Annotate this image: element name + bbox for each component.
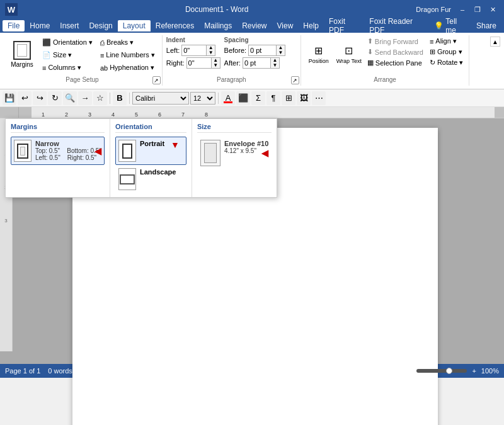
rotate-icon: ↻ — [430, 59, 435, 67]
margins-button[interactable]: Margins — [6, 37, 38, 72]
size-envelope10-item[interactable]: Envelope #10 4.12" x 9.5" ◀ — [197, 137, 272, 169]
tell-me[interactable]: 💡 Tell me — [429, 16, 471, 36]
insert-table[interactable]: ⊞ — [282, 91, 295, 105]
indent-right-down[interactable]: ▼ — [212, 63, 220, 68]
size-envelope10-icon — [200, 140, 220, 166]
breaks-icon: ⎙ — [100, 39, 105, 47]
menu-layout[interactable]: Layout — [118, 20, 151, 31]
indent-label: Indent — [166, 37, 220, 43]
spacing-after-input[interactable] — [243, 57, 271, 69]
spacing-label: Spacing — [224, 37, 285, 43]
menu-file[interactable]: File — [3, 20, 25, 31]
format-button[interactable]: ¶ — [266, 91, 280, 105]
page-setup-expand[interactable]: ↗ — [152, 76, 161, 84]
search-button[interactable]: 🔍 — [63, 91, 77, 105]
margins-panel: Margins Narrow Top: 0.5" Bottom: 0.5" Le… — [6, 119, 110, 197]
insert-symbol[interactable]: Σ — [251, 91, 265, 105]
title-bar-left: W — [5, 3, 18, 16]
spacing-before-down[interactable]: ▼ — [277, 50, 285, 55]
indent-left-input[interactable] — [181, 45, 207, 56]
orientation-panel: Orientation Portrait ▼ Landscape — [110, 119, 192, 197]
ruler-margin-right — [495, 107, 504, 118]
ribbon-collapse[interactable]: ▲ — [489, 35, 501, 48]
save-button[interactable]: 💾 — [3, 91, 16, 105]
indent-right-row: Right: ▲ ▼ — [166, 57, 220, 69]
bring-forward-button[interactable]: ⬆ Bring Forward — [365, 37, 425, 46]
minimize-button[interactable]: – — [456, 3, 469, 16]
menu-design[interactable]: Design — [84, 20, 117, 31]
zoom-in-button[interactable]: + — [472, 367, 476, 375]
paragraph-group: Indent Left: ▲ ▼ — [163, 35, 301, 86]
filename: Envelope_10_Manual_1 — [215, 367, 290, 375]
spacing-before-spinner[interactable]: ▲ ▼ — [248, 45, 285, 56]
page-setup-group: Margins ⬛ Orientation ▾ 📄 Size ▾ ≡ Colum… — [3, 35, 163, 86]
bold-button[interactable]: B — [113, 91, 127, 105]
rotate-button[interactable]: ↻ Rotate ▾ — [428, 58, 465, 67]
indent-right-input[interactable] — [186, 57, 212, 69]
menu-foxit-reader-pdf[interactable]: Foxit Reader PDF — [364, 16, 429, 36]
menu-view[interactable]: View — [272, 20, 299, 31]
position-button[interactable]: ⊞ Position — [305, 37, 333, 72]
menu-references[interactable]: References — [151, 20, 199, 31]
arrange-col2: ⊡ Wrap Text — [335, 37, 363, 72]
group-button[interactable]: ⊞ Group ▾ — [428, 47, 465, 57]
landscape-item[interactable]: Landscape — [115, 165, 186, 193]
margins-narrow-item[interactable]: Narrow Top: 0.5" Bottom: 0.5" Left: 0.5"… — [11, 137, 105, 165]
restore-button[interactable]: ❐ — [471, 3, 484, 16]
indent-right-label: Right: — [166, 59, 185, 67]
menu-home[interactable]: Home — [25, 20, 55, 31]
ruler-3: 3 — [78, 111, 101, 118]
hyphenation-button[interactable]: ab Hyphenation ▾ — [97, 62, 158, 74]
align-button[interactable]: ≡ Align ▾ — [428, 37, 465, 46]
window-title: Document1 - Word — [18, 5, 416, 14]
spacing-before-input[interactable] — [248, 45, 277, 56]
orientation-button[interactable]: ⬛ Orientation ▾ — [39, 37, 96, 48]
indent-left-down[interactable]: ▼ — [207, 50, 215, 55]
menu-review[interactable]: Review — [237, 20, 272, 31]
undo-button[interactable]: ↩ — [18, 91, 32, 105]
selection-pane-button[interactable]: ▦ Selection Pane — [365, 58, 425, 67]
send-backward-button[interactable]: ⬇ Send Backward — [365, 47, 425, 57]
menu-help[interactable]: Help — [298, 20, 324, 31]
spacing-after-spinner[interactable]: ▲ ▼ — [243, 57, 280, 69]
breaks-button[interactable]: ⎙ Breaks ▾ — [97, 37, 158, 48]
lightbulb-icon: 💡 — [434, 21, 444, 30]
send-backward-icon: ⬇ — [367, 48, 373, 56]
size-envelope10-name: Envelope #10 — [224, 140, 268, 147]
portrait-item[interactable]: Portrait ▼ — [115, 137, 186, 165]
size-panel-title: Size — [197, 123, 272, 133]
insert-photo[interactable]: 🖼 — [297, 91, 311, 105]
share-button[interactable]: Share — [471, 20, 501, 31]
paragraph-label: Paragraph — [163, 76, 301, 83]
collapse-icon[interactable]: ▲ — [490, 37, 500, 47]
paragraph-expand[interactable]: ↗ — [291, 76, 299, 84]
repeat-button[interactable]: ↻ — [48, 91, 62, 105]
font-size-selector[interactable]: 12 — [190, 92, 215, 105]
indent-group: Indent Left: ▲ ▼ — [166, 37, 220, 69]
line-numbers-button[interactable]: ≡ Line Numbers ▾ — [97, 49, 158, 61]
font-color-button[interactable]: A — [221, 91, 235, 105]
margins-panel-title: Margins — [11, 123, 105, 133]
zoom-slider[interactable] — [416, 369, 467, 373]
spacing-after-down[interactable]: ▼ — [271, 63, 279, 68]
arrow-button[interactable]: → — [78, 91, 92, 105]
size-button[interactable]: 📄 Size ▾ — [39, 49, 96, 61]
font-selector[interactable]: Calibri — [132, 92, 189, 105]
close-button[interactable]: ✕ — [486, 3, 499, 16]
star-button[interactable]: ☆ — [93, 91, 107, 105]
highlight-button[interactable]: ⬛ — [236, 91, 250, 105]
menu-foxit-pdf[interactable]: Foxit PDF — [324, 16, 364, 36]
dropdown-container: Margins Narrow Top: 0.5" Bottom: 0.5" Le… — [5, 118, 277, 198]
ruler-6: 6 — [148, 111, 171, 118]
wrap-text-button[interactable]: ⊡ Wrap Text — [335, 37, 363, 72]
columns-button[interactable]: ≡ Columns ▾ — [39, 62, 96, 74]
indent-right-spinner[interactable]: ▲ ▼ — [186, 57, 220, 69]
more-options[interactable]: ⋯ — [312, 91, 326, 105]
menu-mailings[interactable]: Mailings — [199, 20, 237, 31]
menu-insert[interactable]: Insert — [55, 20, 84, 31]
indent-left-spinner[interactable]: ▲ ▼ — [181, 45, 215, 56]
page-setup-col: ⬛ Orientation ▾ 📄 Size ▾ ≡ Columns ▾ — [39, 37, 96, 74]
ruler-body: 1 2 3 4 5 6 7 8 — [19, 107, 504, 118]
redo-button[interactable]: ↪ — [33, 91, 47, 105]
zoom-level: 100% — [481, 367, 499, 375]
